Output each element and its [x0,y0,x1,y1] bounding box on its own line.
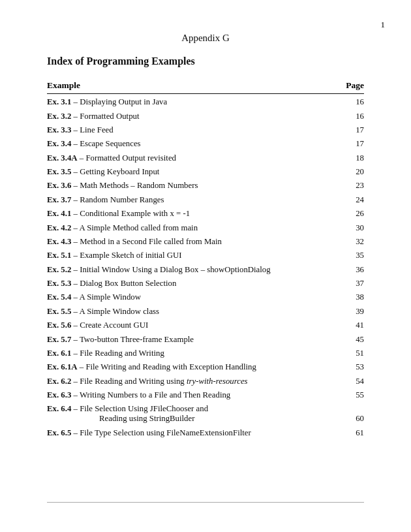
table-row: Ex. 3.4 – Escape Sequences17 [47,137,364,151]
table-row: Ex. 5.7 – Two-button Three-frame Example… [47,332,364,346]
table-body: Ex. 3.1 – Displaying Output in Java16Ex.… [47,95,364,440]
page-number-cell: 16 [344,97,364,107]
appendix-title: Appendix G [47,33,364,44]
table-row: Ex. 6.1A – File Writing and Reading with… [47,360,364,374]
example-label: Ex. 4.2 – A Simple Method called from ma… [47,223,198,232]
example-label: Ex. 3.7 – Random Number Ranges [47,195,164,204]
table-row: Ex. 6.1 – File Reading and Writing51 [47,347,364,360]
page-number-cell: 45 [344,335,364,345]
table-row: Ex. 5.1 – Example Sketch of initial GUI3… [47,249,364,262]
example-label: Ex. 5.3 – Dialog Box Button Selection [47,279,176,288]
table-row: Ex. 3.7 – Random Number Ranges24 [47,193,364,207]
table-row: Ex. 5.6 – Create Account GUI41 [47,319,364,332]
example-col-header: Example [47,80,80,91]
page-number-cell: 54 [344,377,364,386]
page-number-cell: 23 [344,181,364,191]
page-number-cell: 37 [344,279,364,289]
example-label: Ex. 6.1 – File Reading and Writing [47,349,164,358]
page-number-cell: 17 [344,139,364,149]
table-row: Ex. 5.3 – Dialog Box Button Selection37 [47,277,364,290]
page-number-cell: 39 [344,307,364,317]
table-row: Ex. 5.2 – Initial Window Using a Dialog … [47,263,364,277]
page-number-cell: 55 [344,390,364,400]
table-row: Ex. 3.6 – Math Methods – Random Numbers2… [47,179,364,193]
page-number-cell: 60 [344,414,364,424]
table-row: Ex. 3.2 – Formatted Output16 [47,109,364,123]
example-label: Ex. 3.4 – Escape Sequences [47,139,141,148]
page-number-cell: 61 [344,428,364,438]
page-number-cell: 32 [344,237,364,247]
page-number-cell: 51 [344,349,364,358]
example-label: Ex. 3.5 – Getting Keyboard Input [47,167,159,176]
table-row: Ex. 6.3 – Writing Numbers to a File and … [47,388,364,402]
example-label: Ex. 5.2 – Initial Window Using a Dialog … [47,265,271,274]
table-row: Ex. 3.3 – Line Feed17 [47,123,364,137]
page-number-cell: 24 [344,195,364,205]
example-continuation: Reading using StringBuilder [47,414,338,424]
example-label: Ex. 5.4 – A Simple Window [47,292,141,302]
table-row: Ex. 6.2 – File Reading and Writing using… [47,375,364,388]
example-label: Ex. 5.6 – Create Account GUI [47,321,148,330]
example-label: Ex. 5.7 – Two-button Three-frame Example [47,335,194,344]
example-label: Ex. 5.5 – A Simple Window class [47,307,159,316]
example-label: Ex. 3.6 – Math Methods – Random Numbers [47,181,198,190]
example-label: Ex. 6.5 – File Type Selection using File… [47,428,251,437]
table-row: Ex. 3.5 – Getting Keyboard Input20 [47,165,364,179]
page-col-header: Page [346,80,364,91]
page-number-cell: 20 [344,167,364,177]
example-label: Ex. 3.4A – Formatted Output revisited [47,153,176,163]
page-number-cell: 38 [344,292,364,302]
table-row: Ex. 4.2 – A Simple Method called from ma… [47,221,364,234]
table-row: Ex. 4.3 – Method in a Second File called… [47,235,364,249]
example-label: Ex. 3.3 – Line Feed [47,125,114,134]
page-number-cell: 41 [344,321,364,330]
table-row: Ex. 4.1 – Conditional Example with x = -… [47,207,364,221]
page: 1 Appendix G Index of Programming Exampl… [0,0,411,532]
footer-line [47,502,364,503]
example-label: Ex. 3.1 – Displaying Output in Java [47,97,167,106]
page-number-cell: 36 [344,265,364,275]
example-label: Ex. 3.2 – Formatted Output [47,112,140,121]
example-label: Ex. 4.1 – Conditional Example with x = -… [47,209,190,218]
page-number-cell: 18 [344,153,364,163]
table-row: Ex. 6.4 – File Selection Using JFileChoo… [47,402,364,426]
example-label: Ex. 6.2 – File Reading and Writing using… [47,377,248,386]
example-label: Ex. 5.1 – Example Sketch of initial GUI [47,251,182,260]
page-number-cell: 35 [344,251,364,260]
page-number-cell: 17 [344,125,364,135]
table-header: Example Page [47,78,364,94]
example-label: Ex. 6.3 – Writing Numbers to a File and … [47,390,230,399]
page-number-cell: 16 [344,112,364,121]
example-label: Ex. 6.4 – File Selection Using JFileChoo… [47,404,208,413]
page-number-cell: 53 [344,362,364,372]
table-row: Ex. 3.1 – Displaying Output in Java16 [47,95,364,109]
table-row: Ex. 6.5 – File Type Selection using File… [47,426,364,440]
table-row: Ex. 5.5 – A Simple Window class39 [47,305,364,319]
index-title: Index of Programming Examples [47,55,364,67]
example-label: Ex. 6.1A – File Writing and Reading with… [47,362,256,371]
example-label: Ex. 4.3 – Method in a Second File called… [47,237,222,246]
page-number-cell: 30 [344,223,364,233]
table-row: Ex. 3.4A – Formatted Output revisited18 [47,151,364,165]
table-row: Ex. 5.4 – A Simple Window38 [47,290,364,304]
page-number: 1 [381,20,386,30]
page-number-cell: 26 [344,209,364,219]
